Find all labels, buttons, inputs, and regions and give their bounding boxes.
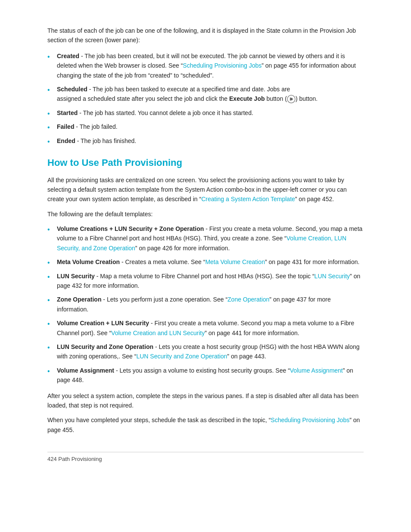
lun-security-text: - Map a meta volume to Fibre Channel por… (97, 273, 314, 280)
term-vol-lun: Volume Creation + LUN Security (57, 320, 149, 327)
meta-vol-after: ” on page 431 for more information. (265, 258, 359, 265)
list-item: Failed - The job failed. (47, 122, 364, 131)
status-list: Created - The job has been created, but … (47, 51, 364, 146)
term-vol-assign: Volume Assignment (57, 367, 114, 374)
intro-paragraph: The status of each of the job can be one… (47, 26, 364, 45)
scheduled-text: - The job has been tasked to execute at … (57, 86, 290, 102)
term-started: Started (57, 109, 78, 116)
zone-op-text: - Lets you perform just a zone operation… (103, 296, 227, 303)
term-zone-op: Zone Operation (57, 296, 101, 303)
list-item: LUN Security - Map a meta volume to Fibr… (47, 271, 364, 291)
lun-security-link[interactable]: LUN Security (314, 273, 350, 280)
scheduling-jobs-link-2[interactable]: Scheduling Provisioning Jobs (271, 417, 349, 423)
list-item: LUN Security and Zone Operation - Lets y… (47, 342, 364, 361)
section-paragraph-1: All the provisioning tasks are centraliz… (47, 175, 364, 204)
term-ended: Ended (57, 137, 75, 144)
volume-creation-lun-security-link[interactable]: Volume Creation and LUN Security (111, 330, 205, 336)
templates-list: Volume Creations + LUN Security + Zone O… (47, 224, 364, 385)
lun-zone-after: ” on page 443. (227, 353, 266, 360)
term-vol-lun-zone: Volume Creations + LUN Security + Zone O… (57, 225, 204, 232)
footer-divider (47, 452, 364, 452)
list-item: Started - The job has started. You canno… (47, 108, 364, 118)
vol-assign-text: - Lets you assign a volume to existing h… (116, 367, 290, 374)
list-item: Zone Operation - Lets you perform just a… (47, 295, 364, 314)
section-heading: How to Use Path Provisioning (47, 157, 364, 169)
ended-text: - The job has finished. (77, 137, 137, 144)
term-failed: Failed (57, 123, 74, 130)
after-templates-paragraph: After you select a system action, comple… (47, 391, 364, 411)
volume-assignment-link[interactable]: Volume Assignment (290, 367, 343, 374)
list-item: Meta Volume Creation - Creates a meta vo… (47, 257, 364, 267)
list-item: Volume Creations + LUN Security + Zone O… (47, 224, 364, 253)
vol-lun-zone-after: ” on page 426 for more information. (135, 245, 230, 252)
meta-volume-creation-link[interactable]: Meta Volume Creation (205, 258, 265, 265)
section-paragraph-2: The following are the default templates: (47, 209, 364, 219)
term-lun-security: LUN Security (57, 273, 95, 280)
scheduling-paragraph: When you have completed your steps, sche… (47, 415, 364, 435)
list-item: Created - The job has been created, but … (47, 51, 364, 80)
vol-lun-after: ” on page 441 for more information. (205, 330, 299, 336)
term-lun-zone: LUN Security and Zone Operation (57, 343, 153, 350)
term-created: Created (57, 53, 79, 59)
footer-page-number: 424 Path Provisioning (47, 456, 364, 462)
term-scheduled: Scheduled (57, 86, 87, 93)
scheduled-text-after: ) button. (296, 95, 318, 102)
zone-operation-link[interactable]: Zone Operation (227, 296, 269, 303)
list-item: Scheduled - The job has been tasked to e… (47, 84, 364, 104)
list-item: Ended - The job has finished. (47, 136, 364, 146)
list-item: Volume Assignment - Lets you assign a vo… (47, 366, 364, 385)
page-content: The status of each of the job can be one… (0, 0, 411, 532)
scheduling-jobs-link-1[interactable]: Scheduling Provisioning Jobs (183, 62, 262, 69)
scheduling-text-pre: When you have completed your steps, sche… (47, 417, 271, 423)
meta-vol-text: - Creates a meta volume. See “ (121, 258, 206, 265)
lun-security-zone-link[interactable]: LUN Security and Zone Operation (136, 353, 227, 360)
failed-text: - The job failed. (76, 123, 117, 130)
started-text: - The job has started. You cannot delete… (79, 109, 253, 116)
term-meta-vol: Meta Volume Creation (57, 258, 120, 265)
section-para1-after: ” on page 452. (295, 196, 334, 202)
list-item: Volume Creation + LUN Security - First y… (47, 318, 364, 338)
execute-job-icon (287, 95, 296, 103)
creating-system-action-link[interactable]: Creating a System Action Template (201, 196, 295, 202)
